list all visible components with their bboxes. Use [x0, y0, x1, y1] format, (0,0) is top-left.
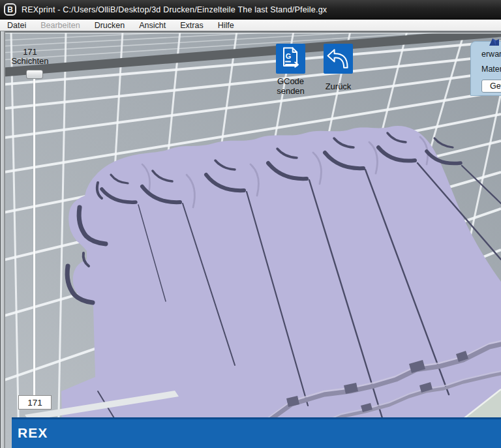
layer-count-unit: Schichten	[4, 57, 56, 66]
status-bar: REX	[12, 417, 501, 448]
weight-button[interactable]: Gewicht	[481, 80, 501, 93]
menu-item-bearbeiten[interactable]: Bearbeiten	[33, 20, 87, 31]
info-line-expected: erwartete	[481, 50, 501, 59]
menu-item-hilfe[interactable]: Hilfe	[211, 20, 241, 31]
layer-value-box[interactable]: 171	[18, 395, 52, 410]
viewport-top-highlight	[0, 33, 501, 34]
gcode-send-button[interactable]: G	[276, 44, 305, 74]
back-label: Zurück	[321, 82, 356, 91]
menu-item-drucken[interactable]: Drucken	[87, 20, 132, 31]
model-3d[interactable]	[61, 126, 501, 424]
model-body	[61, 126, 501, 418]
menu-item-extras[interactable]: Extras	[173, 20, 210, 31]
window-left-border	[0, 31, 5, 448]
app-logo-icon: B	[4, 3, 16, 16]
menu-item-ansicht[interactable]: Ansicht	[132, 20, 173, 31]
viewport-top-border	[0, 31, 501, 33]
menu-bar: Datei Bearbeiten Drucken Ansicht Extras …	[0, 20, 501, 31]
window-title: REXprint - C:/Users/OlliB/Desktop/3d Dru…	[22, 5, 327, 14]
gcode-file-icon: G	[277, 45, 304, 72]
layer-slider-track[interactable]	[33, 78, 35, 396]
layer-count-label: 171 Schichten	[4, 48, 56, 65]
brand-logo-text: REX	[18, 425, 48, 441]
back-button[interactable]	[324, 44, 353, 74]
info-panel: erwartete Material Gewicht	[470, 41, 501, 96]
printer-icon	[488, 37, 501, 47]
layer-slider-handle[interactable]	[26, 70, 43, 79]
back-arrow-icon	[325, 45, 352, 72]
viewport-3d[interactable]	[0, 31, 501, 448]
menu-item-datei[interactable]: Datei	[0, 20, 33, 31]
svg-text:G: G	[286, 52, 292, 60]
layer-count-value: 171	[4, 48, 56, 57]
gcode-send-label: GCode senden	[264, 76, 317, 96]
info-line-material: Material	[481, 65, 501, 74]
title-bar[interactable]: B REXprint - C:/Users/OlliB/Desktop/3d D…	[0, 0, 501, 20]
